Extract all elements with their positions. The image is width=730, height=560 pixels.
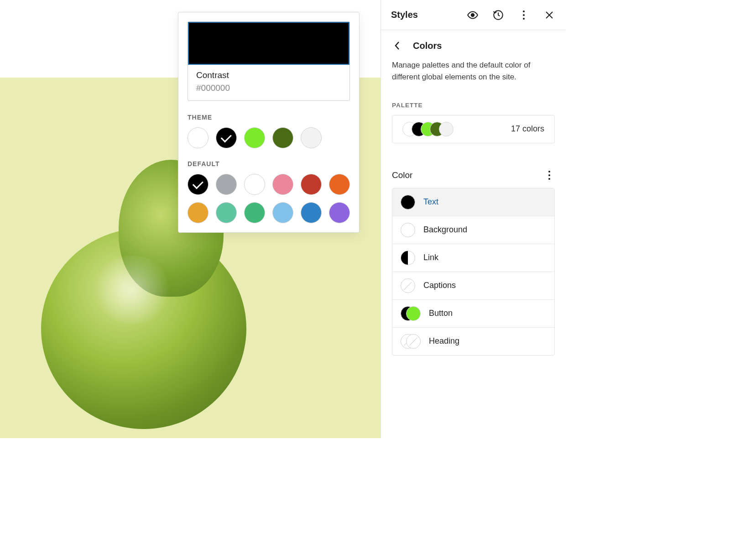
sidebar-title: Styles	[391, 10, 418, 20]
indicator-solid	[401, 195, 415, 209]
back-button[interactable]	[392, 40, 403, 51]
color-element-list: TextBackgroundLinkCaptionsButtonHeading	[392, 188, 555, 356]
color-item-captions[interactable]: Captions	[392, 272, 554, 300]
palette-swatch-stack	[402, 122, 454, 136]
default-swatch-row	[188, 174, 350, 223]
color-item-label: Text	[423, 197, 438, 207]
more-menu-icon[interactable]	[517, 9, 530, 21]
palette-card[interactable]: 17 colors	[392, 115, 555, 143]
swatch-color-block[interactable]	[188, 22, 349, 65]
revisions-icon[interactable]	[492, 9, 505, 21]
theme-swatch-0[interactable]	[188, 127, 209, 148]
svg-point-5	[548, 171, 550, 173]
close-icon[interactable]	[543, 9, 556, 21]
selected-swatch-preview: Contrast #000000	[188, 21, 350, 101]
default-swatch-10[interactable]	[301, 202, 322, 223]
default-swatch-1[interactable]	[216, 174, 237, 195]
color-item-button[interactable]: Button	[392, 300, 554, 328]
svg-point-0	[471, 13, 474, 16]
color-item-heading[interactable]: Heading	[392, 328, 554, 355]
color-section-menu-icon[interactable]	[544, 169, 555, 182]
palette-section-label: PALETTE	[392, 102, 555, 109]
default-swatch-8[interactable]	[244, 202, 265, 223]
svg-point-4	[523, 18, 525, 20]
palette-dot-4	[439, 122, 454, 136]
color-item-link[interactable]: Link	[392, 244, 554, 272]
svg-point-6	[548, 174, 550, 176]
color-picker-popover: Contrast #000000 THEME DEFAULT	[178, 12, 360, 233]
default-swatch-2[interactable]	[244, 174, 265, 195]
color-item-label: Background	[423, 225, 467, 235]
indicator-unset	[401, 278, 415, 293]
palette-count: 17 colors	[511, 124, 544, 134]
default-swatch-4[interactable]	[301, 174, 322, 195]
default-swatch-9[interactable]	[272, 202, 293, 223]
default-swatch-6[interactable]	[188, 202, 209, 223]
color-item-label: Captions	[423, 281, 456, 290]
theme-swatch-3[interactable]	[272, 127, 293, 148]
default-swatch-0[interactable]	[188, 174, 209, 195]
sidebar-header: Styles	[381, 0, 566, 30]
default-section-label: DEFAULT	[188, 160, 350, 167]
style-book-icon[interactable]	[466, 9, 479, 21]
color-item-text[interactable]: Text	[392, 188, 554, 216]
swatch-hex: #000000	[196, 83, 341, 93]
panel-description: Manage palettes and the default color of…	[392, 59, 555, 84]
theme-swatch-2[interactable]	[244, 127, 265, 148]
color-item-background[interactable]: Background	[392, 216, 554, 244]
color-item-label: Link	[423, 253, 438, 262]
color-section-title: Color	[392, 170, 412, 180]
panel-title: Colors	[413, 41, 442, 51]
breadcrumb: Colors	[392, 40, 555, 51]
default-swatch-7[interactable]	[216, 202, 237, 223]
swatch-name: Contrast	[196, 70, 341, 80]
color-item-label: Button	[429, 309, 453, 318]
svg-point-2	[523, 10, 525, 12]
indicator-pair	[401, 306, 421, 321]
svg-point-7	[548, 178, 550, 180]
default-swatch-5[interactable]	[329, 174, 350, 195]
indicator-double-unset	[401, 334, 421, 349]
indicator-split	[401, 251, 415, 265]
styles-sidebar: Styles Colors Manage palettes and the de…	[381, 0, 566, 438]
theme-swatch-4[interactable]	[301, 127, 322, 148]
color-item-label: Heading	[429, 336, 459, 346]
editor-canvas: Contrast #000000 THEME DEFAULT	[0, 0, 381, 438]
indicator-empty	[401, 223, 415, 237]
default-swatch-11[interactable]	[329, 202, 350, 223]
theme-swatch-1[interactable]	[216, 127, 237, 148]
svg-point-3	[523, 14, 525, 16]
theme-section-label: THEME	[188, 114, 350, 121]
theme-swatch-row	[188, 127, 350, 148]
default-swatch-3[interactable]	[272, 174, 293, 195]
